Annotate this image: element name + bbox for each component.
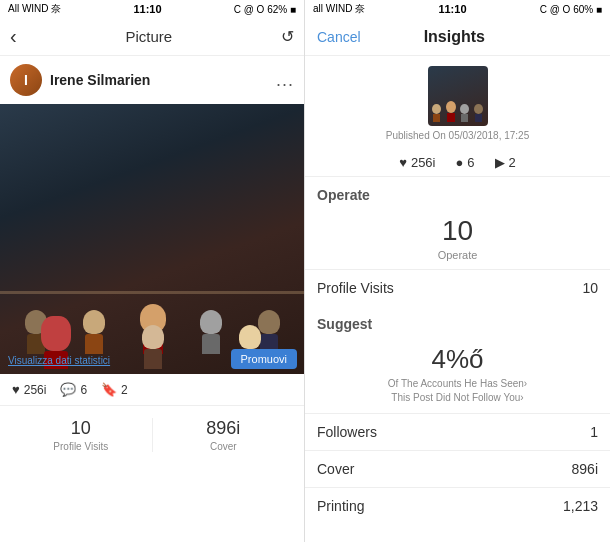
profile-visits-row: Profile Visits 10 xyxy=(305,269,610,306)
insights-heart-icon: ♥ xyxy=(399,155,407,170)
comments-stat: 💬 6 xyxy=(60,382,87,397)
shelf-line-top xyxy=(0,291,305,294)
profile-visits-value: 10 xyxy=(71,418,91,439)
bookmark-icon: 🔖 xyxy=(101,382,117,397)
more-options-button[interactable]: ... xyxy=(276,70,294,91)
operate-value: 10 xyxy=(305,207,610,249)
printing-row: Printing 1,213 xyxy=(305,487,610,524)
profile-visits-label: Profile Visits xyxy=(53,441,108,452)
left-status-icons: C @ O 62% ■ xyxy=(234,4,296,15)
user-row: I Irene Silmarien ... xyxy=(0,56,304,104)
likes-stat: ♥ 256i xyxy=(12,382,46,397)
back-button[interactable]: ‹ xyxy=(10,25,17,48)
insights-stats-row: ♥ 256i ● 6 ▶ 2 xyxy=(305,149,610,177)
left-carrier: All WIND 奈 xyxy=(8,2,61,16)
suggest-section-header: Suggest xyxy=(305,306,610,336)
insights-comments: ● 6 xyxy=(455,155,474,170)
heart-icon: ♥ xyxy=(12,382,20,397)
comments-count: 6 xyxy=(80,383,87,397)
right-time: 11:10 xyxy=(438,3,466,15)
insights-comments-count: 6 xyxy=(467,155,474,170)
right-carrier: all WIND 奈 xyxy=(313,2,365,16)
profile-visits-row-label: Profile Visits xyxy=(317,280,394,296)
left-time: 11:10 xyxy=(133,3,161,15)
bookmarks-stat: 🔖 2 xyxy=(101,382,128,397)
bookmarks-count: 2 xyxy=(121,383,128,397)
insights-bookmarks-count: 2 xyxy=(509,155,516,170)
insights-title: Insights xyxy=(424,28,485,46)
metric-profile-visits: 10 Profile Visits xyxy=(10,418,153,452)
suggest-sub: Of The Accounts He Has Seen› This Post D… xyxy=(305,377,610,413)
insights-likes-count: 256i xyxy=(411,155,436,170)
insights-likes: ♥ 256i xyxy=(399,155,435,170)
post-stats: ♥ 256i 💬 6 🔖 2 xyxy=(0,374,304,406)
refresh-button[interactable]: ↺ xyxy=(281,27,294,46)
published-date: Published On 05/03/2018, 17:25 xyxy=(305,126,610,149)
user-name: Irene Silmarien xyxy=(50,72,268,88)
printing-label: Printing xyxy=(317,498,364,514)
avatar: I xyxy=(10,64,42,96)
right-panel: all WIND 奈 11:10 C @ O 60% ■ Cancel Insi… xyxy=(305,0,610,542)
insights-bookmark-icon: ▶ xyxy=(495,155,505,170)
metric-cover: 896i Cover xyxy=(153,418,295,452)
insights-comment-icon: ● xyxy=(455,155,463,170)
cover-value: 896i xyxy=(206,418,240,439)
cancel-button[interactable]: Cancel xyxy=(317,29,361,45)
insights-bookmarks: ▶ 2 xyxy=(495,155,516,170)
left-header-title: Picture xyxy=(125,28,172,45)
operate-label: Operate xyxy=(305,249,610,269)
visualizza-link[interactable]: Visualizza dati statistici xyxy=(8,355,110,366)
followers-value: 1 xyxy=(590,424,598,440)
insights-thumbnail xyxy=(428,66,488,126)
post-image: Visualizza dati statistici Promuovi xyxy=(0,104,305,374)
left-header: ‹ Picture ↺ xyxy=(0,18,304,56)
right-status-icons: C @ O 60% ■ xyxy=(540,4,602,15)
followers-label: Followers xyxy=(317,424,377,440)
left-panel: All WIND 奈 11:10 C @ O 62% ■ ‹ Picture ↺… xyxy=(0,0,305,542)
promuovi-button[interactable]: Promuovi xyxy=(231,349,297,369)
figure-b2 xyxy=(107,325,198,369)
cover-row-label: Cover xyxy=(317,461,354,477)
metrics-row: 10 Profile Visits 896i Cover xyxy=(0,406,304,464)
cover-row-value: 896i xyxy=(572,461,598,477)
likes-count: 256i xyxy=(24,383,47,397)
printing-value: 1,213 xyxy=(563,498,598,514)
operate-section-header: Operate xyxy=(305,177,610,207)
insights-image-wrap xyxy=(305,56,610,126)
left-status-bar: All WIND 奈 11:10 C @ O 62% ■ xyxy=(0,0,304,18)
cover-label: Cover xyxy=(210,441,237,452)
cover-row: Cover 896i xyxy=(305,450,610,487)
followers-row: Followers 1 xyxy=(305,413,610,450)
comment-icon: 💬 xyxy=(60,382,76,397)
right-header: Cancel Insights xyxy=(305,18,610,56)
profile-visits-row-value: 10 xyxy=(582,280,598,296)
suggest-pct: 4%ő xyxy=(305,336,610,377)
right-status-bar: all WIND 奈 11:10 C @ O 60% ■ xyxy=(305,0,610,18)
